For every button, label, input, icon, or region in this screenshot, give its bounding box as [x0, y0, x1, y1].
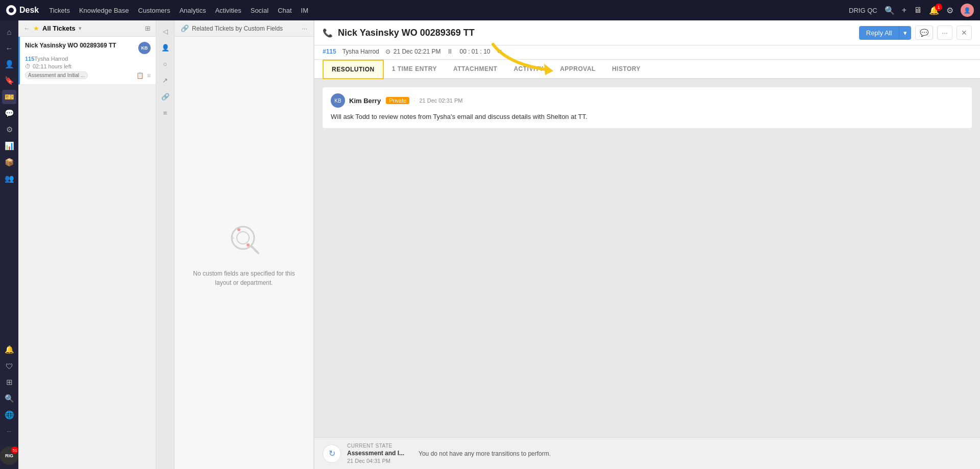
ticket-time-info: ⊙ 21 Dec 02:21 PM — [385, 48, 441, 55]
custom-fields-header: 🔗 Related Tickets by Custom Fields ··· — [175, 20, 313, 37]
ticket-list-header: ← ★ All Tickets ▾ ⊞ — [18, 20, 156, 37]
sidebar-item-bookmark[interactable]: 🔖 — [2, 73, 16, 88]
timer-display: 00 : 01 : 10 — [459, 48, 490, 55]
cf-icon-share[interactable]: ↗ — [159, 73, 172, 87]
ticket-detail-actions: Reply All ▾ 💬 ··· ✕ — [859, 26, 972, 40]
sidebar-item-grid[interactable]: ⊞ — [2, 375, 16, 389]
star-icon[interactable]: ★ — [33, 24, 39, 32]
empty-illustration: + — [224, 218, 264, 261]
ticket-time: ⏱ 02:11 hours left — [25, 63, 151, 69]
notification-icon[interactable]: 🔔 1 — [929, 6, 939, 15]
sidebar-item-search2[interactable]: 🔍 — [2, 391, 16, 406]
ticket-agent-label: Tysha Harrod — [342, 48, 379, 55]
cf-icon-list[interactable]: ≡ — [159, 106, 172, 119]
ticket-meta-row: #115 Tysha Harrod ⊙ 21 Dec 02:21 PM ⏸ 00… — [314, 45, 980, 60]
tab-activity[interactable]: ACTIVITY — [505, 60, 552, 79]
ticket-list-title[interactable]: All Tickets — [42, 24, 76, 32]
nav-tickets[interactable]: Tickets — [49, 7, 70, 14]
rig-badge-count: 51 — [11, 447, 18, 454]
svg-point-4 — [237, 228, 240, 231]
sidebar-item-more[interactable]: ··· — [2, 424, 16, 438]
clock-icon: ⏱ — [25, 63, 31, 69]
svg-point-0 — [9, 8, 14, 13]
ticket-meta: 115Tysha Harrod — [25, 56, 151, 62]
dropdown-chevron-icon[interactable]: ▾ — [79, 25, 82, 32]
tab-history[interactable]: HISTORY — [604, 60, 649, 79]
refresh-icon[interactable]: ↻ — [497, 47, 502, 55]
state-date: 21 Dec 04:31 PM — [347, 458, 404, 464]
empty-text: No custom fields are specified for this … — [185, 269, 303, 287]
cf-icon-person[interactable]: 👤 — [159, 41, 172, 54]
sidebar-item-settings2[interactable]: ⚙ — [2, 122, 16, 137]
monitor-icon[interactable]: 🖥 — [914, 6, 922, 15]
sidebar-item-chat[interactable]: 💬 — [2, 106, 16, 120]
notification-badge: 1 — [935, 4, 942, 11]
app-logo[interactable]: Desk — [6, 5, 39, 15]
sidebar-item-reports[interactable]: 📊 — [2, 139, 16, 153]
sidebar-item-products[interactable]: 📦 — [2, 155, 16, 169]
cf-header-actions: ··· — [302, 24, 307, 32]
nav-customers[interactable]: Customers — [138, 7, 170, 14]
phone-icon: 📞 — [323, 28, 333, 38]
ticket-tag[interactable]: Assessment and Initial ... — [25, 71, 88, 79]
sidebar-item-contacts[interactable]: 👤 — [2, 57, 16, 71]
more-options-btn[interactable]: ··· — [937, 26, 952, 40]
sidebar-item-globe[interactable]: 🌐 — [2, 408, 16, 422]
sidebar-item-teams[interactable]: 👥 — [2, 171, 16, 186]
tab-approval[interactable]: APPROVAL — [552, 60, 604, 79]
ticket-title: Nick Yasinsky WO 00289369 TT KB — [25, 42, 151, 54]
user-label[interactable]: DRIG QC — [849, 7, 877, 14]
custom-fields-section: ◁ 👤 ○ ↗ 🔗 ≡ 🔗 Related Tickets by Custom … — [156, 20, 314, 469]
filter-icon[interactable]: ⊞ — [145, 24, 151, 32]
ticket-title-text: Nick Yasinsky WO 00289369 TT — [25, 42, 135, 49]
ticket-time-text: 02:11 hours left — [33, 63, 71, 69]
user-avatar[interactable]: 👤 — [961, 4, 974, 17]
ticket-detail-title-area: 📞 Nick Yasinsky WO 00289369 TT — [323, 28, 475, 38]
sidebar-item-home[interactable]: ⌂ — [2, 24, 16, 39]
close-ticket-btn[interactable]: ✕ — [957, 26, 972, 40]
ticket-assign-icon[interactable]: ≡ — [147, 72, 151, 79]
rig-badge[interactable]: RIG 51 — [0, 447, 18, 465]
cf-icon-back[interactable]: ◁ — [159, 24, 172, 38]
svg-point-5 — [247, 243, 250, 246]
tab-attachment[interactable]: ATTACHMENT — [445, 60, 506, 79]
cf-more-icon[interactable]: ··· — [302, 24, 307, 32]
tab-navigation: RESOLUTION 1 TIME ENTRY ATTACHMENT ACTIV… — [314, 60, 980, 79]
nav-im[interactable]: IM — [301, 7, 308, 14]
sidebar-item-alerts[interactable]: 🔔 — [2, 342, 16, 357]
tab-nav-container: RESOLUTION 1 TIME ENTRY ATTACHMENT ACTIV… — [314, 60, 980, 79]
nav-links: Tickets Knowledge Base Customers Analyti… — [49, 7, 308, 14]
tab-resolution[interactable]: RESOLUTION — [323, 60, 384, 79]
svg-point-2 — [237, 232, 249, 244]
custom-fields-panel: 🔗 Related Tickets by Custom Fields ··· + — [175, 20, 314, 469]
nav-social[interactable]: Social — [251, 7, 268, 14]
ticket-bottom: Assessment and Initial ... 📋 ≡ — [25, 71, 151, 79]
messages-area: KB Kim Berry Private · 21 Dec 02:31 PM W… — [314, 79, 980, 437]
cf-icon-circle[interactable]: ○ — [159, 57, 172, 70]
nav-activities[interactable]: Activities — [215, 7, 241, 14]
reply-all-dropdown[interactable]: ▾ — [899, 26, 911, 40]
message-header: KB Kim Berry Private · 21 Dec 02:31 PM — [331, 93, 964, 108]
sidebar-item-shield[interactable]: 🛡 — [2, 359, 16, 373]
search-icon[interactable]: 🔍 — [885, 6, 895, 15]
nav-knowledge-base[interactable]: Knowledge Base — [79, 7, 129, 14]
tab-time-entry[interactable]: 1 TIME ENTRY — [384, 60, 445, 79]
top-navigation: Desk Tickets Knowledge Base Customers An… — [0, 0, 980, 20]
add-icon[interactable]: + — [902, 6, 906, 15]
message-time: 21 Dec 02:31 PM — [419, 97, 462, 104]
message-avatar: KB — [331, 93, 345, 108]
gear-icon[interactable]: ⚙ — [946, 6, 953, 15]
message-icon-btn[interactable]: 💬 — [915, 26, 933, 40]
sidebar-item-tickets[interactable]: 🎫 — [2, 90, 16, 104]
ticket-item[interactable]: Nick Yasinsky WO 00289369 TT KB 115Tysha… — [18, 37, 156, 85]
pause-icon[interactable]: ⏸ — [447, 47, 453, 55]
state-info: CURRENT STATE Assessment and I... 21 Dec… — [347, 443, 404, 464]
ticket-note-icon[interactable]: 📋 — [136, 72, 144, 79]
sidebar-item-back[interactable]: ← — [2, 41, 16, 55]
nav-chat[interactable]: Chat — [278, 7, 291, 14]
state-icon: ↻ — [323, 445, 341, 463]
back-arrow-icon[interactable]: ← — [23, 24, 30, 32]
cf-icon-link[interactable]: 🔗 — [159, 90, 172, 103]
reply-all-button[interactable]: Reply All — [859, 26, 899, 40]
nav-analytics[interactable]: Analytics — [179, 7, 206, 14]
